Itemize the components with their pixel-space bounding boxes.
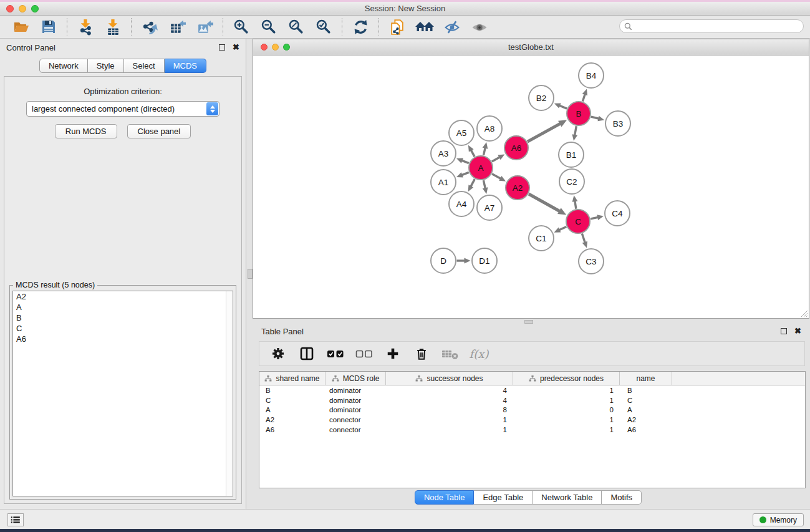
tab-edge-table[interactable]: Edge Table <box>474 490 533 505</box>
eye-icon[interactable] <box>466 17 493 37</box>
mcds-result-item[interactable]: A <box>13 302 233 312</box>
run-mcds-button[interactable]: Run MCDS <box>55 124 117 138</box>
graph-node-A8[interactable]: A8 <box>477 116 502 141</box>
vertical-splitter-handle[interactable] <box>248 269 253 279</box>
table-row[interactable]: A2connector11A2 <box>259 415 805 425</box>
graph-edge-A-A5[interactable] <box>468 145 475 157</box>
mcds-result-item[interactable]: A6 <box>13 334 233 344</box>
mcds-list-scrollbar[interactable] <box>226 291 233 496</box>
graph-node-B3[interactable]: B3 <box>605 111 630 136</box>
tab-node-table[interactable]: Node Table <box>415 490 475 505</box>
graph-edge-B-B1[interactable] <box>572 126 577 141</box>
mcds-result-item[interactable]: C <box>13 323 233 334</box>
tab-style[interactable]: Style <box>88 59 124 73</box>
tab-motifs[interactable]: Motifs <box>602 490 642 505</box>
table-row[interactable]: Cdominator41C <box>259 395 805 405</box>
zoom-out-icon[interactable] <box>255 17 282 37</box>
save-session-icon[interactable] <box>35 17 62 37</box>
graph-node-C4[interactable]: C4 <box>605 201 630 226</box>
deselect-all-icon[interactable] <box>353 344 375 363</box>
close-panel-button[interactable]: Close panel <box>127 124 191 138</box>
graph-node-A1[interactable]: A1 <box>431 170 456 195</box>
export-image-icon[interactable] <box>191 17 218 37</box>
table-row[interactable]: Adominator80A <box>259 405 805 415</box>
table-close-icon[interactable]: ✖ <box>794 328 801 334</box>
graph-node-D[interactable]: D <box>431 248 456 273</box>
mcds-result-item[interactable]: A2 <box>13 291 233 302</box>
graph-node-A5[interactable]: A5 <box>449 120 474 145</box>
import-table-icon[interactable] <box>99 17 127 37</box>
settings-icon[interactable] <box>267 344 289 363</box>
graph-node-C1[interactable]: C1 <box>529 226 554 251</box>
add-column-icon[interactable] <box>382 344 404 363</box>
task-history-button[interactable] <box>7 513 24 526</box>
memory-button[interactable]: Memory <box>753 513 804 526</box>
graph-edge-A6-B[interactable] <box>528 120 567 142</box>
tab-network[interactable]: Network <box>39 59 88 73</box>
graph-node-B1[interactable]: B1 <box>559 142 584 167</box>
graph-node-A3[interactable]: A3 <box>431 141 456 166</box>
zoom-fit-icon[interactable] <box>282 17 310 37</box>
import-network-icon[interactable] <box>72 17 99 37</box>
graph-edge-C-C4[interactable] <box>591 215 604 220</box>
graph-node-D1[interactable]: D1 <box>472 248 497 273</box>
graph-edge-A-A4[interactable] <box>468 179 475 191</box>
zoom-in-icon[interactable] <box>228 17 255 37</box>
home-icon[interactable] <box>411 17 438 37</box>
column-header-MCDS-role[interactable]: MCDS role <box>325 372 386 385</box>
graph-node-A6[interactable]: A6 <box>504 136 528 160</box>
delete-column-icon[interactable] <box>410 344 433 363</box>
graph-node-B[interactable]: B <box>567 102 591 125</box>
graph-node-B2[interactable]: B2 <box>529 85 554 110</box>
graph-edge-A-A3[interactable] <box>456 158 469 163</box>
export-network-icon[interactable] <box>136 17 163 37</box>
graph-node-C3[interactable]: C3 <box>579 249 604 274</box>
network-graph-canvas[interactable]: B4B2BB3A8A5A6A3B1AC2A1A2A4A7C4CC1C3DD1 <box>253 56 809 318</box>
select-all-icon[interactable] <box>324 344 347 363</box>
graph-edge-A-A8[interactable] <box>483 142 488 155</box>
graph-edge-A-A6[interactable] <box>492 155 504 162</box>
table-float-icon[interactable] <box>781 328 787 334</box>
table-row[interactable]: A6connector11A6 <box>259 425 805 435</box>
graph-node-A2[interactable]: A2 <box>506 176 529 200</box>
column-header-predecessor-nodes[interactable]: predecessor nodes <box>513 372 620 385</box>
column-header-name[interactable]: name <box>620 372 672 385</box>
graph-node-A[interactable]: A <box>469 156 493 180</box>
search-input[interactable] <box>635 22 803 31</box>
refresh-icon[interactable] <box>347 17 374 37</box>
graph-edge-B-B4[interactable] <box>582 89 587 101</box>
graph-edge-D-D1[interactable] <box>457 258 471 264</box>
graph-edge-A-A7[interactable] <box>483 180 488 194</box>
toggle-panel-icon[interactable] <box>296 344 318 363</box>
float-panel-icon[interactable] <box>219 44 225 51</box>
graph-edge-B-B3[interactable] <box>591 116 604 122</box>
zoom-selected-icon[interactable] <box>310 17 337 37</box>
graph-edge-C-C1[interactable] <box>554 227 566 233</box>
graph-edge-C-C3[interactable] <box>582 233 587 248</box>
close-panel-icon[interactable]: ✖ <box>233 44 239 51</box>
export-table-icon[interactable] <box>163 17 191 37</box>
graph-node-B4[interactable]: B4 <box>579 63 604 88</box>
table-row[interactable]: Bdominator41B <box>259 385 805 395</box>
clone-network-icon[interactable] <box>383 17 411 37</box>
graph-node-A4[interactable]: A4 <box>449 191 474 216</box>
mcds-result-item[interactable]: B <box>13 312 233 323</box>
tab-select[interactable]: Select <box>124 59 165 73</box>
graph-edge-A-A1[interactable] <box>456 172 469 177</box>
graph-edge-A2-C[interactable] <box>529 194 566 215</box>
search-box[interactable] <box>619 19 804 33</box>
resize-grip-icon[interactable] <box>799 309 808 317</box>
column-header-successor-nodes[interactable]: successor nodes <box>386 372 513 385</box>
column-header-shared-name[interactable]: shared name <box>259 372 325 385</box>
select-stepper-icon[interactable] <box>206 102 218 115</box>
eye-slash-icon[interactable] <box>438 17 466 37</box>
graph-node-C2[interactable]: C2 <box>559 169 584 194</box>
optimization-select[interactable]: largest connected component (directed) <box>26 101 219 117</box>
graph-edge-C-C2[interactable] <box>572 195 578 209</box>
graph-node-C[interactable]: C <box>566 210 590 233</box>
open-file-icon[interactable] <box>7 17 35 37</box>
tab-mcds[interactable]: MCDS <box>165 59 206 73</box>
tab-network-table[interactable]: Network Table <box>533 490 602 505</box>
graph-edge-A-A2[interactable] <box>492 174 506 181</box>
graph-node-A7[interactable]: A7 <box>477 195 502 220</box>
